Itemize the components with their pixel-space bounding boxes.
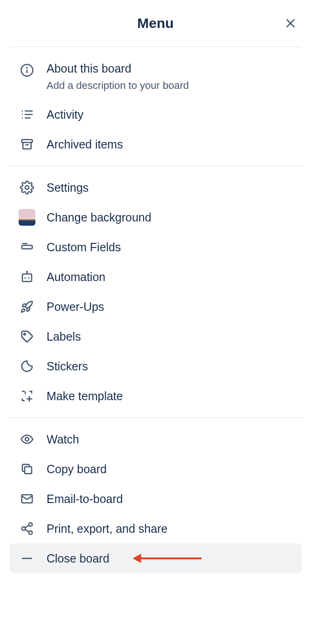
minus-icon	[20, 551, 34, 565]
svg-line-31	[25, 525, 29, 528]
menu-item-archived[interactable]: Archived items	[9, 129, 302, 159]
menu-item-label: Activity	[47, 107, 83, 122]
menu-item-labels[interactable]: Labels	[9, 322, 302, 351]
menu-item-settings[interactable]: Settings	[9, 173, 302, 202]
svg-rect-16	[22, 274, 32, 282]
email-icon	[20, 492, 34, 506]
menu-item-label: Close board	[47, 551, 109, 566]
menu-title: Menu	[137, 15, 174, 31]
menu-item-about-board[interactable]: About this board Add a description to yo…	[9, 54, 302, 100]
rocket-icon	[20, 300, 34, 314]
menu-item-label: Email-to-board	[47, 491, 123, 507]
menu-item-copy-board[interactable]: Copy board	[9, 454, 302, 484]
svg-point-20	[28, 277, 29, 279]
menu-item-label: Labels	[47, 329, 81, 344]
menu-item-label: Automation	[47, 269, 105, 285]
svg-point-13	[25, 186, 29, 189]
menu-item-label: Stickers	[47, 359, 88, 374]
menu-item-activity[interactable]: Activity	[9, 100, 302, 129]
menu-header: Menu	[0, 0, 311, 47]
info-icon	[20, 63, 34, 77]
eye-icon	[20, 432, 34, 446]
svg-point-5	[22, 110, 23, 112]
menu-item-sublabel: Add a description to your board	[47, 79, 189, 93]
menu-item-close-board[interactable]: Close board	[9, 543, 302, 573]
annotation-arrow	[133, 554, 202, 563]
svg-point-7	[22, 114, 23, 115]
svg-line-30	[25, 530, 29, 532]
svg-rect-11	[22, 140, 33, 142]
svg-point-21	[24, 333, 26, 335]
sticker-icon	[20, 359, 34, 373]
menu-item-label: Copy board	[47, 462, 107, 477]
svg-rect-25	[25, 467, 32, 474]
menu-item-label: Settings	[47, 180, 88, 195]
menu-item-custom-fields[interactable]: Custom Fields	[9, 232, 302, 262]
menu-item-email-to-board[interactable]: Email-to-board	[9, 484, 302, 514]
svg-point-4	[27, 67, 27, 68]
svg-point-19	[25, 277, 26, 279]
menu-item-label: Watch	[47, 432, 79, 447]
menu-item-watch[interactable]: Watch	[9, 424, 302, 454]
close-icon	[284, 17, 297, 29]
menu-item-label: Make template	[47, 389, 123, 404]
activity-list-icon	[20, 107, 34, 121]
menu-item-label: Print, export, and share	[47, 521, 168, 537]
close-menu-button[interactable]	[281, 14, 300, 33]
menu-item-change-background[interactable]: Change background	[9, 202, 302, 232]
automation-robot-icon	[20, 270, 34, 284]
menu-item-power-ups[interactable]: Power-Ups	[9, 292, 302, 322]
custom-fields-icon	[20, 240, 34, 254]
svg-point-18	[27, 271, 27, 272]
gear-icon	[20, 181, 34, 195]
copy-icon	[20, 462, 34, 476]
menu-item-automation[interactable]: Automation	[9, 262, 302, 292]
svg-rect-14	[22, 245, 33, 249]
menu-item-label: Change background	[47, 210, 151, 225]
label-tag-icon	[20, 329, 34, 343]
menu-item-stickers[interactable]: Stickers	[9, 351, 302, 381]
template-icon	[20, 389, 34, 403]
svg-point-9	[22, 117, 23, 119]
menu-item-label: About this board	[47, 61, 189, 76]
menu-item-label: Archived items	[47, 137, 123, 152]
menu-section-3: Watch Copy board Email-to-board	[0, 418, 311, 580]
menu-item-label: Power-Ups	[47, 299, 104, 315]
share-icon	[20, 522, 34, 536]
menu-item-label: Custom Fields	[47, 240, 121, 255]
menu-item-print-export-share[interactable]: Print, export, and share	[9, 514, 302, 543]
board-menu-panel: Menu About this board Add a description …	[0, 0, 311, 580]
menu-item-make-template[interactable]: Make template	[9, 381, 302, 411]
archive-icon	[20, 137, 34, 151]
menu-section-2: Settings Change background Custom Fields	[0, 166, 311, 417]
background-thumbnail-icon	[19, 209, 35, 226]
svg-point-24	[25, 437, 29, 441]
menu-section-1: About this board Add a description to yo…	[0, 47, 311, 166]
